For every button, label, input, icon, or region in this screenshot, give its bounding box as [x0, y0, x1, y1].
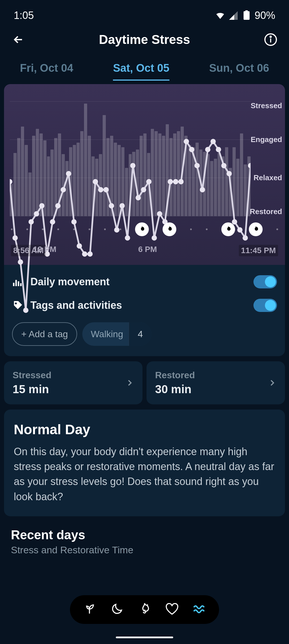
battery-percent: 90%	[255, 9, 275, 22]
nav-readiness[interactable]	[83, 602, 96, 617]
nav-resilience[interactable]	[193, 602, 206, 617]
page-header: Daytime Stress	[0, 23, 289, 53]
stressed-value: 15 min	[13, 383, 51, 396]
svg-point-39	[189, 147, 194, 152]
moon-icon	[110, 602, 124, 616]
svg-point-4	[270, 36, 271, 37]
page-title: Daytime Stress	[99, 32, 190, 47]
svg-point-33	[157, 211, 162, 216]
tab-current-day[interactable]: Sat, Oct 05	[113, 59, 169, 81]
restored-value: 30 min	[155, 383, 195, 396]
chevron-right-icon	[268, 379, 276, 387]
svg-point-30	[141, 187, 146, 192]
arrow-left-icon	[12, 33, 25, 46]
svg-point-50	[248, 163, 251, 168]
svg-point-42	[205, 147, 210, 152]
home-indicator[interactable]	[116, 637, 173, 638]
svg-point-22	[98, 187, 103, 192]
x-tick-eve: 6 PM	[138, 245, 157, 256]
chevron-right-icon	[125, 379, 134, 387]
wave-icon	[193, 602, 206, 616]
activity-markers	[11, 222, 278, 236]
svg-rect-1	[245, 10, 248, 12]
heart-icon	[165, 602, 179, 616]
svg-point-5	[10, 179, 12, 184]
chart-y-labels: Stressed Engaged Relaxed Restored	[250, 101, 282, 216]
activity-flame-icon[interactable]	[135, 222, 149, 236]
tab-next-day[interactable]: Sun, Oct 06	[209, 59, 269, 81]
svg-point-46	[226, 171, 232, 176]
ylabel-relaxed: Relaxed	[250, 173, 282, 182]
svg-point-14	[55, 203, 60, 208]
nav-activity[interactable]	[138, 602, 151, 617]
summary-card: Normal Day On this day, your body didn't…	[4, 410, 285, 516]
status-bar: 1:05 90%	[0, 0, 289, 23]
svg-point-43	[210, 139, 216, 144]
wifi-icon	[215, 10, 225, 21]
svg-point-16	[66, 171, 71, 176]
daily-movement-toggle[interactable]	[253, 275, 277, 288]
restored-label: Restored	[155, 370, 195, 381]
tags-toggle[interactable]	[253, 299, 277, 312]
recent-days-section: Recent days Stress and Restorative Time	[11, 528, 278, 556]
svg-rect-0	[243, 11, 249, 20]
svg-point-23	[104, 187, 109, 192]
svg-point-36	[173, 179, 178, 184]
svg-point-15	[60, 187, 66, 192]
signal-icon	[228, 10, 239, 21]
svg-point-24	[109, 203, 114, 208]
svg-point-10	[34, 211, 39, 216]
date-tabs: Fri, Oct 04 Sat, Oct 05 Sun, Oct 06	[0, 53, 289, 81]
activity-flame-icon[interactable]	[163, 222, 176, 236]
ylabel-engaged: Engaged	[250, 135, 282, 144]
leaf-icon	[83, 602, 96, 616]
svg-point-8	[23, 308, 28, 313]
svg-point-26	[120, 203, 125, 208]
stressed-label: Stressed	[13, 370, 51, 381]
activity-flame-icon[interactable]	[221, 222, 235, 236]
bottom-nav	[70, 595, 219, 624]
svg-point-44	[216, 147, 221, 152]
svg-point-37	[178, 179, 183, 184]
stress-chart-card: Stressed Engaged Relaxed Restored 8:56 A…	[4, 84, 285, 356]
x-tick-end: 11:45 PM	[239, 245, 278, 256]
summary-body: On this day, your body didn't experience…	[14, 444, 275, 504]
svg-point-29	[136, 195, 141, 200]
info-button[interactable]	[263, 32, 279, 48]
svg-point-35	[168, 179, 173, 184]
nav-sleep[interactable]	[110, 602, 124, 617]
svg-point-38	[184, 139, 189, 144]
restored-stat-card[interactable]: Restored 30 min	[147, 361, 285, 404]
svg-point-28	[130, 163, 135, 168]
x-tick-noon: 12 PM	[33, 245, 56, 256]
activity-flame-icon[interactable]	[249, 222, 263, 236]
svg-point-11	[39, 203, 44, 208]
back-button[interactable]	[10, 32, 26, 48]
svg-point-41	[200, 187, 205, 192]
stress-chart[interactable]: Stressed Engaged Relaxed Restored 8:56 A…	[4, 84, 285, 265]
tab-prev-day[interactable]: Fri, Oct 04	[20, 59, 73, 81]
chart-x-axis: 8:56 AM 12 PM 6 PM 11:45 PM	[11, 245, 278, 256]
svg-point-40	[194, 163, 200, 168]
ylabel-stressed: Stressed	[250, 101, 282, 110]
recent-days-title: Recent days	[11, 528, 278, 542]
svg-point-21	[93, 179, 98, 184]
nav-heart[interactable]	[165, 602, 179, 617]
ylabel-restored: Restored	[250, 207, 282, 216]
svg-point-7	[18, 259, 23, 265]
summary-title: Normal Day	[14, 422, 275, 437]
stressed-stat-card[interactable]: Stressed 15 min	[4, 361, 142, 404]
recent-days-subtitle: Stress and Restorative Time	[11, 544, 278, 556]
status-time: 1:05	[14, 9, 34, 22]
info-icon	[264, 33, 278, 46]
flame-icon	[138, 602, 151, 616]
battery-icon	[241, 10, 252, 21]
svg-point-45	[221, 163, 226, 168]
svg-point-31	[146, 179, 151, 184]
